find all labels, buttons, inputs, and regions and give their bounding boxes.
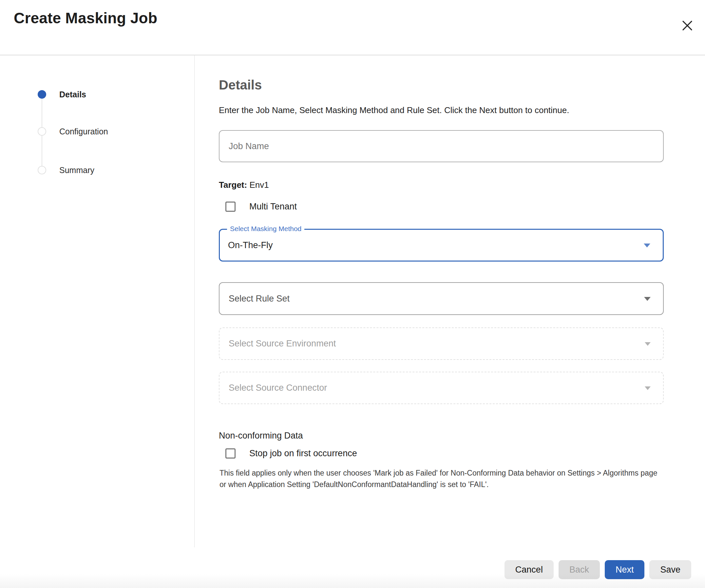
cancel-button[interactable]: Cancel <box>505 560 554 579</box>
dialog-title: Create Masking Job <box>14 9 157 27</box>
masking-method-select[interactable]: Select Masking Method On-The-Fly <box>219 229 664 262</box>
step-dot-active-icon <box>38 90 46 99</box>
next-button[interactable]: Next <box>605 560 645 579</box>
stop-job-label: Stop job on first occurrence <box>249 448 357 458</box>
rule-set-placeholder: Select Rule Set <box>220 294 290 304</box>
masking-method-floating-label: Select Masking Method <box>227 225 304 233</box>
step-label: Details <box>59 90 86 99</box>
job-name-field <box>219 130 664 162</box>
source-environment-placeholder: Select Source Environment <box>220 338 336 349</box>
target-value: Env1 <box>249 180 269 190</box>
job-name-input[interactable] <box>220 131 663 162</box>
step-label: Configuration <box>59 127 108 136</box>
vertical-divider <box>194 55 195 547</box>
stepper-panel: Details Configuration Summary <box>0 55 194 547</box>
source-environment-select: Select Source Environment <box>219 327 664 360</box>
rule-set-select[interactable]: Select Rule Set <box>219 282 664 315</box>
save-button[interactable]: Save <box>649 560 691 579</box>
chevron-down-icon <box>644 243 650 247</box>
multi-tenant-checkbox[interactable] <box>225 201 236 212</box>
helper-line-2: or when Application Setting 'DefaultNonC… <box>220 479 664 490</box>
stop-job-row: Stop job on first occurrence <box>225 448 357 458</box>
stepper-step-summary[interactable]: Summary <box>0 164 194 177</box>
chevron-down-icon <box>644 297 651 301</box>
stepper-step-details[interactable]: Details <box>0 88 194 101</box>
non-conforming-helper-text: This field applies only when the user ch… <box>220 467 664 490</box>
section-description: Enter the Job Name, Select Masking Metho… <box>219 105 569 116</box>
dialog-footer: Cancel Back Next Save <box>505 560 691 579</box>
back-button: Back <box>559 560 600 579</box>
multi-tenant-label: Multi Tenant <box>249 201 297 212</box>
target-row: Target: Env1 <box>219 180 269 190</box>
masking-method-value: On-The-Fly <box>220 240 273 251</box>
wizard-stepper: Details Configuration Summary <box>0 55 194 547</box>
section-heading: Details <box>219 78 262 92</box>
source-connector-placeholder: Select Source Connector <box>220 383 327 393</box>
chevron-down-icon <box>645 387 651 390</box>
close-icon <box>681 19 694 32</box>
create-masking-job-dialog: Create Masking Job Details Configuration… <box>0 0 705 588</box>
chevron-down-icon <box>645 342 651 346</box>
step-dot-icon <box>38 166 46 174</box>
target-label: Target: <box>219 180 247 190</box>
multi-tenant-row: Multi Tenant <box>225 201 297 212</box>
close-button[interactable] <box>678 16 697 35</box>
stepper-step-configuration[interactable]: Configuration <box>0 125 194 138</box>
non-conforming-data-heading: Non-conforming Data <box>219 431 303 441</box>
stop-job-checkbox[interactable] <box>225 448 236 458</box>
helper-line-1: This field applies only when the user ch… <box>220 467 664 479</box>
step-label: Summary <box>59 166 94 174</box>
step-dot-icon <box>38 127 46 136</box>
source-connector-select: Select Source Connector <box>219 372 664 404</box>
